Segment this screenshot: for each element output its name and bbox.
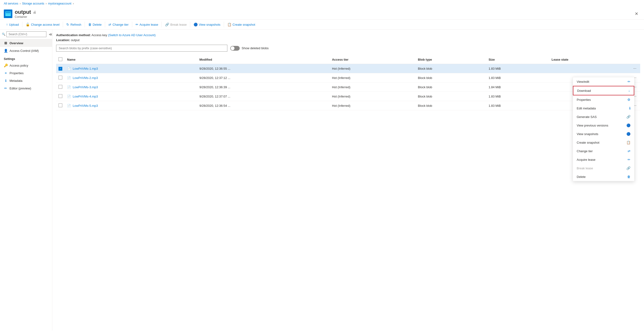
access-control-label: Access Control (IAM) [10,49,39,52]
toggle-knob [231,46,234,50]
ctx-acquire-lease-icon: ✏ [628,158,630,162]
sidebar-item-overview[interactable]: ⊞ Overview [0,39,52,47]
main-layout: 🔍 ≪ ⊞ Overview 👤 Access Control (IAM) Se… [0,30,644,330]
row-name-1: 📄 LowPriVMs-2.mp3 [65,73,197,82]
row-more-cell-0: ··· [630,64,640,73]
ctx-generate-sas[interactable]: Generate SAS 🔗 [573,112,634,121]
row-size-0: 1.83 MiB [486,64,549,73]
row-checkbox-4[interactable] [58,104,62,107]
breadcrumb-storage-accounts[interactable]: Storage accounts [22,2,44,5]
ctx-properties[interactable]: Properties ⚙ [573,95,634,104]
upload-btn[interactable]: ↑ Upload [4,21,21,28]
change-access-icon: 🔓 [26,22,30,26]
sidebar-item-properties[interactable]: ≡ Properties [0,69,52,77]
show-deleted-toggle-group: Show deleted blobs [230,46,268,51]
acquire-lease-btn[interactable]: ✏ Acquire lease [133,21,161,28]
ctx-generate-sas-label: Generate SAS [577,115,597,119]
toolbar-sep-7 [190,22,190,27]
editor-label: Editor (preview) [10,86,31,90]
row-blob-type-4: Block blob [416,101,486,110]
row-checkbox-0[interactable]: ✓ [58,67,62,71]
access-policy-label: Access policy [10,64,28,67]
th-more [630,56,640,64]
ctx-acquire-lease-label: Acquire lease [577,158,596,162]
ctx-view-edit[interactable]: View/edit ✏ [573,77,634,86]
svg-rect-1 [6,12,10,13]
refresh-btn[interactable]: ↻ Refresh [64,21,84,28]
change-access-btn[interactable]: 🔓 Change access level [23,21,62,28]
sidebar-search-wrapper: 🔍 ≪ [0,30,52,39]
table-row: 📄 LowPriVMs-5.mp3 9/28/2020, 12:36:54 ..… [56,101,640,110]
change-tier-label: Change tier [112,23,128,26]
table-row: 📄 LowPriVMs-2.mp3 9/28/2020, 12:37:12 ..… [56,73,640,82]
ctx-previous-versions[interactable]: View previous versions 🔵 [573,121,634,130]
file-icon-1: 📄 [67,76,71,80]
toolbar-sep-6 [162,22,162,27]
print-icon[interactable]: 🖨 [33,10,36,14]
blob-search-bar: Show deleted blobs [56,45,640,52]
create-snapshot-icon: 📋 [227,22,232,26]
breadcrumb-mystorageaccount[interactable]: mystorageaccount [48,2,71,5]
file-icon-3: 📄 [67,95,71,98]
ctx-download[interactable]: Download ↓ [573,86,634,95]
file-name-0[interactable]: LowPriVMs-1.mp3 [73,67,98,70]
file-name-4[interactable]: LowPriVMs-5.mp3 [73,104,98,108]
select-all-checkbox[interactable] [58,57,62,61]
break-lease-btn[interactable]: 🔗 Break lease [163,21,189,28]
ctx-break-lease-label: Break lease [577,166,593,170]
row-name-2: 📄 LowPriVMs-3.mp3 [65,82,197,92]
file-name-1[interactable]: LowPriVMs-2.mp3 [73,76,98,80]
row-size-4: 1.83 MiB [486,101,549,110]
breadcrumb-all-services[interactable]: All services [4,2,18,5]
view-snapshots-btn[interactable]: 🔵 View snapshots [191,21,223,28]
row-checkbox-1[interactable] [58,76,62,80]
toolbar-sep-8 [224,22,224,27]
ctx-view-edit-label: View/edit [577,80,589,84]
row-blob-type-3: Block blob [416,92,486,101]
change-tier-btn[interactable]: ⇄ Change tier [106,21,131,28]
ctx-edit-metadata[interactable]: Edit metadata ℹ [573,104,634,112]
ctx-download-label: Download [577,89,591,92]
ctx-view-snapshots[interactable]: View snapshots 🔵 [573,130,634,138]
ctx-create-snapshot[interactable]: Create snapshot 📋 [573,138,634,147]
ctx-change-tier-icon: ⇄ [628,149,630,153]
sidebar-item-access-control[interactable]: 👤 Access Control (IAM) [0,47,52,54]
view-snapshots-icon: 🔵 [194,22,198,26]
page-subtitle: Container [15,15,36,18]
file-name-2[interactable]: LowPriVMs-3.mp3 [73,86,98,89]
sidebar-item-metadata[interactable]: ℹ Metadata [0,77,52,84]
ctx-acquire-lease[interactable]: Acquire lease ✏ [573,155,634,164]
view-snapshots-label: View snapshots [199,23,220,26]
blob-search-input[interactable] [56,45,227,52]
ctx-previous-versions-icon: 🔵 [626,124,630,127]
row-access-tier-0: Hot (Inferred) [330,64,416,73]
main-content: Authentication method: Access key (Switc… [52,30,644,330]
search-input[interactable] [6,32,46,37]
row-checkbox-3[interactable] [58,94,62,98]
create-snapshot-btn[interactable]: 📋 Create snapshot [225,21,258,28]
refresh-icon: ↻ [66,22,69,26]
row-name-4: 📄 LowPriVMs-5.mp3 [65,101,197,110]
close-button[interactable]: ✕ [633,10,640,17]
row-checkbox-cell [56,92,65,101]
row-more-btn-0[interactable]: ··· [632,66,638,71]
location-info: Location: output [56,38,640,42]
ctx-view-snapshots-label: View snapshots [577,132,598,136]
sidebar-item-access-policy[interactable]: 🔑 Access policy [0,62,52,69]
settings-section-title: Settings [0,54,52,62]
row-modified-3: 9/28/2020, 12:37:07 ... [197,92,330,101]
delete-btn[interactable]: 🗑 Delete [86,21,104,28]
ctx-change-tier[interactable]: Change tier ⇄ [573,147,634,155]
access-control-icon: 👤 [4,49,8,52]
ctx-view-edit-icon: ✏ [628,80,630,84]
location-label: Location: [56,38,70,42]
ctx-delete[interactable]: Delete 🗑 [573,172,634,181]
row-checkbox-2[interactable] [58,85,62,89]
file-name-3[interactable]: LowPriVMs-4.mp3 [73,95,98,98]
show-deleted-toggle[interactable] [230,46,240,51]
collapse-button[interactable]: ≪ [47,32,52,37]
sidebar-item-editor[interactable]: ✏ Editor (preview) [0,84,52,92]
auth-switch-link[interactable]: (Switch to Azure AD User Account) [108,33,156,37]
acquire-lease-icon: ✏ [136,22,138,26]
toolbar-sep-1 [22,22,22,27]
